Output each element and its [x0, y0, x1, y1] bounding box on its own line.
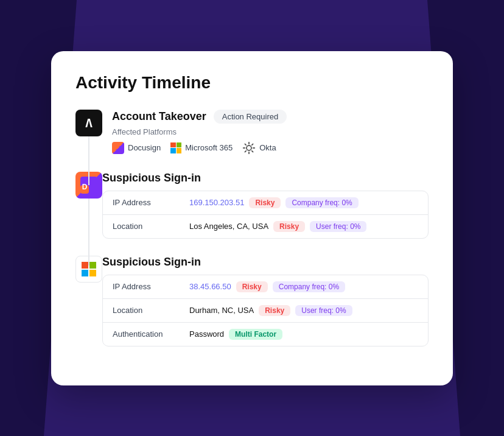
- svg-point-0: [247, 146, 251, 150]
- main-card: Activity Timeline Λ Account Takeover Act…: [51, 51, 453, 385]
- svg-text:D: D: [82, 183, 88, 191]
- signin-2-multi-factor-badge: Multi Factor: [229, 329, 282, 340]
- timeline-item-signin-2: Suspicious Sign-in IP Address 38.45.66.5…: [75, 256, 429, 346]
- timeline-item-account-takeover: Λ Account Takeover Action Required Affec…: [75, 110, 429, 155]
- signin-1-location-label: Location: [113, 222, 180, 231]
- signin-2-ip-row: IP Address 38.45.66.50 Risky Company fre…: [103, 275, 428, 299]
- svg-line-8: [245, 150, 247, 152]
- signin-1-ip-address: 169.150.203.51: [189, 198, 244, 207]
- action-required-badge: Action Required: [214, 110, 287, 124]
- page-title: Activity Timeline: [75, 73, 429, 93]
- signin-2-ip-label: IP Address: [113, 282, 180, 291]
- signin-1-location-text: Los Angeles, CA, USA: [189, 222, 268, 231]
- signin-1-header: Suspicious Sign-in: [102, 172, 429, 185]
- ms-cell-red: [170, 142, 176, 148]
- signin-2-auth-label: Authentication: [113, 329, 180, 339]
- ms-cell-1: [82, 262, 88, 269]
- signin-2-ip-address: 38.45.66.50: [189, 282, 231, 291]
- svg-line-7: [251, 143, 253, 145]
- docusign-platform-icon: [112, 142, 124, 154]
- signin-1-ip-label: IP Address: [113, 198, 180, 207]
- okta-icon: [242, 141, 256, 155]
- signin-2-location-user-freq-badge: User freq: 0%: [295, 305, 352, 316]
- ms-cell-4: [89, 270, 96, 276]
- affected-platforms-label: Affected Platforms: [112, 127, 429, 136]
- timeline-item-signin-1: D Suspicious Sign-in IP Address 169.150.…: [75, 172, 429, 239]
- signin-2-table: IP Address 38.45.66.50 Risky Company fre…: [102, 275, 429, 346]
- signin-1-title: Suspicious Sign-in: [102, 172, 201, 185]
- signin-2-ip-value: 38.45.66.50 Risky Company freq: 0%: [189, 281, 345, 292]
- timeline-connector-2: [88, 199, 89, 265]
- platform-list: Docusign Microsoft 365: [112, 141, 429, 155]
- platform-okta: Okta: [242, 141, 276, 155]
- microsoft365-label: Microsoft 365: [185, 143, 233, 152]
- signin-1-location-row: Location Los Angeles, CA, USA Risky User…: [103, 215, 428, 238]
- ms-cell-yellow: [177, 148, 182, 153]
- platform-docusign: Docusign: [112, 142, 161, 154]
- signin-1-ip-company-freq-badge: Company freq: 0%: [285, 197, 358, 208]
- signin-2-location-text: Durham, NC, USA: [189, 306, 254, 315]
- account-takeover-header: Account Takeover Action Required: [112, 110, 429, 124]
- ms-cell-3: [82, 270, 88, 276]
- account-takeover-content: Account Takeover Action Required Affecte…: [112, 110, 429, 155]
- signin-2-auth-text: Password: [189, 329, 224, 339]
- lambda-symbol: Λ: [85, 116, 93, 130]
- signin-2-header: Suspicious Sign-in: [102, 256, 429, 269]
- signin-1-content: Suspicious Sign-in IP Address 169.150.20…: [102, 172, 429, 239]
- signin-2-ip-risky-badge: Risky: [236, 281, 268, 292]
- signin-2-auth-value: Password Multi Factor: [189, 329, 282, 340]
- signin-1-location-user-freq-badge: User freq: 0%: [310, 221, 366, 232]
- timeline-connector-1: [88, 136, 89, 185]
- signin-2-auth-row: Authentication Password Multi Factor: [103, 323, 428, 346]
- signin-1-location-value: Los Angeles, CA, USA Risky User freq: 0%: [189, 221, 366, 232]
- signin-2-location-risky-badge: Risky: [259, 305, 290, 316]
- ms-cell-blue: [170, 148, 176, 153]
- microsoft-platform-icon: [170, 142, 181, 153]
- timeline: Λ Account Takeover Action Required Affec…: [75, 110, 429, 346]
- account-takeover-title: Account Takeover: [112, 110, 206, 123]
- signin-2-location-value: Durham, NC, USA Risky User freq: 0%: [189, 305, 352, 316]
- platform-microsoft365: Microsoft 365: [170, 142, 233, 153]
- signin-2-location-row: Location Durham, NC, USA Risky User freq…: [103, 299, 428, 323]
- signin-1-ip-value: 169.150.203.51 Risky Company freq: 0%: [189, 197, 359, 208]
- account-takeover-icon: Λ: [75, 110, 102, 136]
- ms-cell-2: [89, 262, 96, 269]
- signin-2-location-label: Location: [113, 306, 180, 315]
- signin-1-ip-risky-badge: Risky: [249, 197, 281, 208]
- signin-1-location-risky-badge: Risky: [273, 221, 305, 232]
- svg-line-5: [245, 143, 247, 145]
- signin-2-content: Suspicious Sign-in IP Address 38.45.66.5…: [102, 256, 429, 346]
- docusign-label: Docusign: [128, 143, 161, 152]
- signin-2-title: Suspicious Sign-in: [102, 256, 201, 269]
- signin-1-ip-row: IP Address 169.150.203.51 Risky Company …: [103, 191, 428, 215]
- signin-1-table: IP Address 169.150.203.51 Risky Company …: [102, 191, 429, 239]
- ms-cell-green: [177, 142, 182, 148]
- svg-line-6: [251, 150, 253, 152]
- okta-label: Okta: [259, 143, 276, 152]
- signin-2-ip-company-freq-badge: Company freq: 0%: [273, 281, 345, 292]
